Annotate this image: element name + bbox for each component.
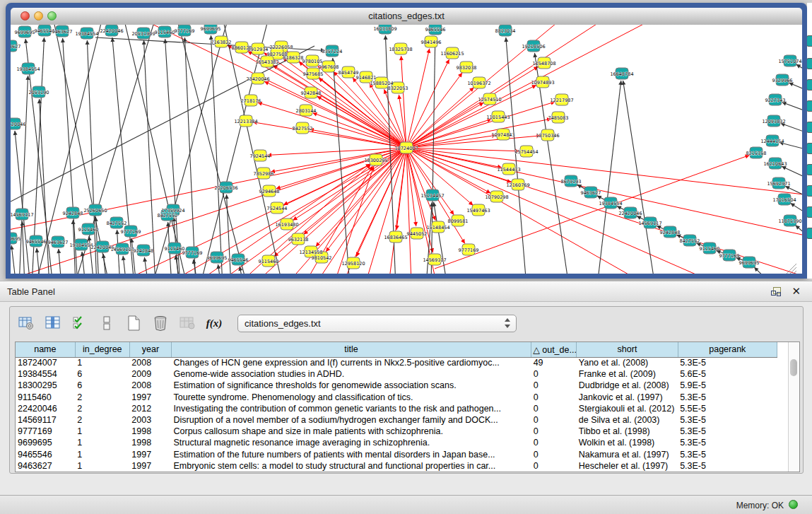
table-cell[interactable]: Yano et al. (2008): [577, 357, 678, 368]
citation-graph[interactable]: 1872400718300295716382288601288912934222…: [11, 25, 802, 274]
table-cell[interactable]: 0: [531, 426, 577, 437]
network-window-titlebar[interactable]: citations_edges.txt: [11, 8, 802, 25]
table-row[interactable]: 2242004622012Investigating the contribut…: [16, 403, 777, 414]
import-table-icon[interactable]: [177, 312, 198, 334]
column-header-title[interactable]: title: [171, 342, 531, 357]
table-cell[interactable]: 14569117: [16, 414, 75, 426]
node-table-grid[interactable]: namein_degreeyeartitle△ out_de...shortpa…: [16, 342, 777, 472]
table-cell[interactable]: 0: [531, 403, 577, 414]
table-cell[interactable]: 22420046: [16, 403, 75, 414]
table-cell[interactable]: 18300295: [16, 380, 75, 391]
table-cell[interactable]: 5.6E-5: [678, 368, 777, 380]
table-cell[interactable]: 2008: [129, 380, 171, 391]
table-cell[interactable]: 2: [75, 392, 129, 403]
table-cell[interactable]: 0: [531, 368, 577, 380]
table-cell[interactable]: 2003: [129, 414, 171, 426]
table-row[interactable]: 1830029562008Estimation of significance …: [16, 380, 777, 391]
table-scrollbar[interactable]: [788, 342, 799, 472]
table-cell[interactable]: 9465546: [16, 449, 75, 460]
table-cell[interactable]: 1998: [129, 437, 171, 448]
table-cell[interactable]: Estimation of significance thresholds fo…: [171, 380, 531, 391]
select-rows-icon[interactable]: [69, 312, 90, 334]
table-cell[interactable]: 1: [75, 437, 129, 448]
column-header-short[interactable]: short: [577, 342, 678, 357]
table-cell[interactable]: 9699695: [16, 437, 75, 448]
table-cell[interactable]: 0: [531, 437, 577, 448]
table-cell[interactable]: Tourette syndrome. Phenomenology and cla…: [171, 392, 531, 403]
table-cell[interactable]: Franke et al. (2009): [577, 368, 678, 380]
column-chooser-icon[interactable]: [42, 312, 64, 334]
table-cell[interactable]: Wolkin et al. (1998): [577, 437, 678, 448]
column-header-out_de[interactable]: △ out_de...: [531, 342, 577, 357]
table-cell[interactable]: 1: [75, 449, 129, 460]
table-cell[interactable]: Corpus callosum shape and size in male p…: [171, 426, 531, 437]
table-cell[interactable]: 6: [75, 368, 129, 380]
table-cell[interactable]: 5.9E-5: [678, 380, 777, 391]
table-row[interactable]: 969969511998Structural magnetic resonanc…: [16, 437, 777, 448]
table-cell[interactable]: 1: [75, 460, 129, 472]
delete-table-icon[interactable]: [150, 312, 171, 334]
float-panel-icon[interactable]: [771, 287, 781, 296]
table-cell[interactable]: 0: [531, 449, 577, 460]
table-row[interactable]: 946554611997Estimation of the future num…: [16, 449, 777, 460]
table-cell[interactable]: 18724007: [16, 357, 75, 368]
table-cell[interactable]: 1: [75, 357, 129, 368]
table-cell[interactable]: 2: [75, 403, 129, 414]
table-cell[interactable]: 49: [531, 357, 577, 368]
table-cell[interactable]: Stergiakouli et al. (2012): [577, 403, 678, 414]
table-cell[interactable]: de Silva et al. (2003): [577, 414, 678, 426]
table-row[interactable]: 1938455462009Genome-wide association stu…: [16, 368, 777, 380]
table-cell[interactable]: Dudbridge et al. (2008): [577, 380, 678, 391]
scrollbar-thumb[interactable]: [790, 359, 797, 376]
column-header-pagerank[interactable]: pagerank: [678, 342, 777, 357]
table-cell[interactable]: 0: [531, 460, 577, 472]
table-cell[interactable]: 5.3E-5: [678, 426, 777, 437]
table-cell[interactable]: 19384554: [16, 368, 75, 380]
table-cell[interactable]: Embryonic stem cells: a model to study s…: [171, 460, 531, 472]
table-cell[interactable]: 9777169: [16, 426, 75, 437]
table-row[interactable]: 977716911998Corpus callosum shape and si…: [16, 426, 777, 437]
table-cell[interactable]: 2: [75, 414, 129, 426]
network-canvas[interactable]: 1872400718300295716382288601288912934222…: [11, 25, 802, 274]
column-header-year[interactable]: year: [129, 342, 171, 357]
table-cell[interactable]: 5.3E-5: [678, 414, 777, 426]
show-hide-columns-icon[interactable]: [96, 312, 117, 334]
table-cell[interactable]: 5.3E-5: [678, 449, 777, 460]
table-cell[interactable]: Estimation of the future numbers of pati…: [171, 449, 531, 460]
table-cell[interactable]: 9463627: [16, 460, 75, 472]
column-header-in_degree[interactable]: in_degree: [75, 342, 129, 357]
table-cell[interactable]: 5.3E-5: [678, 460, 777, 472]
table-cell[interactable]: 5.3E-5: [678, 437, 777, 448]
table-cell[interactable]: 5.3E-5: [678, 392, 777, 403]
table-cell[interactable]: 0: [531, 392, 577, 403]
table-cell[interactable]: Hescheler et al. (1997): [577, 460, 678, 472]
table-cell[interactable]: 1997: [129, 460, 171, 472]
table-cell[interactable]: 5.5E-5: [678, 403, 777, 414]
table-cell[interactable]: 0: [531, 380, 577, 391]
table-cell[interactable]: 1998: [129, 426, 171, 437]
table-row[interactable]: 1456911722003Disruption of a novel membe…: [16, 414, 777, 426]
table-cell[interactable]: 1997: [129, 392, 171, 403]
table-cell[interactable]: Structural magnetic resonance image aver…: [171, 437, 531, 448]
table-cell[interactable]: Nakamura et al. (1997): [577, 449, 678, 460]
table-cell[interactable]: 1997: [129, 449, 171, 460]
close-panel-icon[interactable]: ✕: [792, 285, 801, 298]
table-cell[interactable]: Investigating the contribution of common…: [171, 403, 531, 414]
table-cell[interactable]: Genome-wide association studies in ADHD.: [171, 368, 531, 380]
column-header-name[interactable]: name: [16, 342, 75, 357]
table-cell[interactable]: 6: [75, 380, 129, 391]
table-cell[interactable]: 5.3E-5: [678, 357, 777, 368]
table-cell[interactable]: 9115460: [16, 392, 75, 403]
new-table-icon[interactable]: [123, 312, 144, 334]
table-settings-icon[interactable]: [16, 312, 37, 334]
table-cell[interactable]: 2008: [129, 357, 171, 368]
function-builder-icon[interactable]: f(x): [204, 312, 225, 334]
table-cell[interactable]: 0: [531, 414, 577, 426]
table-cell[interactable]: 1: [75, 426, 129, 437]
table-cell[interactable]: Tibbo et al. (1998): [577, 426, 678, 437]
table-cell[interactable]: Changes of HCN gene expression and I(f) …: [171, 357, 531, 368]
table-row[interactable]: 946362711997Embryonic stem cells: a mode…: [16, 460, 777, 472]
table-selector-dropdown[interactable]: citations_edges.txt: [237, 315, 517, 332]
table-cell[interactable]: Jankovic et al. (1997): [577, 392, 678, 403]
table-cell[interactable]: 2009: [129, 368, 171, 380]
